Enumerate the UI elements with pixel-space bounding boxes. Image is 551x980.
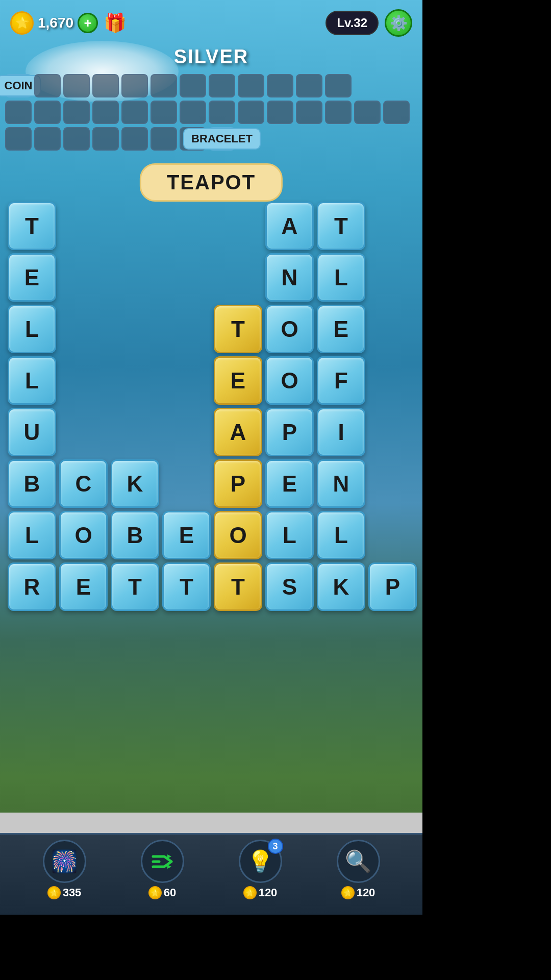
tile-empty <box>111 356 159 405</box>
tile-empty <box>111 408 159 456</box>
rocket-cost: ⭐ 335 <box>47 886 82 899</box>
tile-empty <box>214 253 262 302</box>
tile-F-4-7[interactable]: F <box>317 356 365 405</box>
slot <box>63 101 90 124</box>
svg-marker-1 <box>167 865 171 869</box>
slot <box>5 127 32 151</box>
cost-star: ⭐ <box>243 886 257 899</box>
tile-A-1-6[interactable]: A <box>265 202 314 250</box>
tile-B-6-1[interactable]: B <box>8 459 56 508</box>
tile-empty <box>59 408 108 456</box>
tile-R-8-1[interactable]: R <box>8 562 56 611</box>
tile-S-8-6[interactable]: S <box>265 562 314 611</box>
tile-L-7-7[interactable]: L <box>317 511 365 559</box>
tile-N-2-6[interactable]: N <box>265 253 314 302</box>
tile-empty <box>162 305 211 353</box>
tile-empty <box>59 305 108 353</box>
slot-row-3: BRACELET <box>5 127 417 151</box>
tile-empty <box>162 202 211 250</box>
tile-O-7-2[interactable]: O <box>59 511 108 559</box>
shuffle-button[interactable]: ⭐ 60 <box>141 840 184 899</box>
slot-row-2 <box>5 101 417 124</box>
slot <box>180 74 206 97</box>
tile-C-6-2[interactable]: C <box>59 459 108 508</box>
slot <box>354 101 381 124</box>
tile-empty <box>368 356 417 405</box>
tile-L-7-1[interactable]: L <box>8 511 56 559</box>
hint-cost: ⭐ 120 <box>243 886 278 899</box>
hint-badge: 3 <box>268 839 283 854</box>
tile-N-6-7[interactable]: N <box>317 459 365 508</box>
tile-U-5-1[interactable]: U <box>8 408 56 456</box>
tile-T-1-7[interactable]: T <box>317 202 365 250</box>
word-slots: COIN B <box>5 74 417 151</box>
tile-L-2-7[interactable]: L <box>317 253 365 302</box>
shuffle-icon[interactable] <box>141 840 184 883</box>
slot <box>209 101 235 124</box>
slot <box>151 74 177 97</box>
slot <box>325 101 352 124</box>
add-coins-button[interactable]: + <box>78 13 98 33</box>
slot <box>34 74 61 97</box>
slot <box>238 101 264 124</box>
bracelet-label: BRACELET <box>183 128 261 150</box>
tile-L-4-1[interactable]: L <box>8 356 56 405</box>
settings-button[interactable]: ⚙️ <box>385 9 412 37</box>
rocket-button[interactable]: 🎆 ⭐ 335 <box>43 840 86 899</box>
tile-empty <box>162 408 211 456</box>
tile-K-8-7[interactable]: K <box>317 562 365 611</box>
tile-I-5-7[interactable]: I <box>317 408 365 456</box>
tile-O-3-6[interactable]: O <box>265 305 314 353</box>
svg-marker-0 <box>167 854 171 859</box>
slot <box>63 127 90 151</box>
slot <box>325 74 352 97</box>
tile-empty <box>368 511 417 559</box>
tile-L-7-6[interactable]: L <box>265 511 314 559</box>
tile-E-7-4[interactable]: E <box>162 511 211 559</box>
magnifier-button[interactable]: 🔍 ⭐ 120 <box>337 840 380 899</box>
hint-icon[interactable]: 💡 3 <box>239 840 282 883</box>
tile-L-3-1[interactable]: L <box>8 305 56 353</box>
magnifier-icon[interactable]: 🔍 <box>337 840 380 883</box>
tile-empty <box>111 253 159 302</box>
tile-T-1-1[interactable]: T <box>8 202 56 250</box>
tile-P-5-6[interactable]: P <box>265 408 314 456</box>
tile-O-4-6[interactable]: O <box>265 356 314 405</box>
tile-P-8-8[interactable]: P <box>368 562 417 611</box>
cost-star: ⭐ <box>341 886 355 899</box>
tile-T-golden-8-5[interactable]: T <box>214 562 262 611</box>
slot <box>151 127 177 151</box>
tile-B-7-3[interactable]: B <box>111 511 159 559</box>
coin-icon: ⭐ <box>10 11 34 35</box>
slot <box>296 101 322 124</box>
slot <box>151 101 177 124</box>
tile-empty <box>111 202 159 250</box>
tile-T-golden-3-5[interactable]: T <box>214 305 262 353</box>
tile-E-3-7[interactable]: E <box>317 305 365 353</box>
tile-empty <box>59 356 108 405</box>
slot <box>180 101 206 124</box>
tile-E-golden-4-5[interactable]: E <box>214 356 262 405</box>
slot <box>267 74 293 97</box>
tile-T-8-4[interactable]: T <box>162 562 211 611</box>
tile-empty <box>214 202 262 250</box>
tile-empty <box>368 253 417 302</box>
rocket-icon[interactable]: 🎆 <box>43 840 86 883</box>
tile-P-golden-6-5[interactable]: P <box>214 459 262 508</box>
tile-O-golden-7-5[interactable]: O <box>214 511 262 559</box>
tile-E-2-1[interactable]: E <box>8 253 56 302</box>
tile-A-golden-5-5[interactable]: A <box>214 408 262 456</box>
completed-word-coin: COIN <box>5 74 32 97</box>
tile-E-8-2[interactable]: E <box>59 562 108 611</box>
slot <box>121 74 148 97</box>
tile-K-6-3[interactable]: K <box>111 459 159 508</box>
hint-button[interactable]: 💡 3 ⭐ 120 <box>239 840 282 899</box>
slot <box>5 101 32 124</box>
slot <box>383 101 410 124</box>
tile-E-6-6[interactable]: E <box>265 459 314 508</box>
tile-empty <box>59 202 108 250</box>
gift-button[interactable]: 🎁 <box>102 10 128 36</box>
top-bar: ⭐ 1,670 + 🎁 Lv.32 ⚙️ <box>0 5 422 41</box>
tile-T-8-3[interactable]: T <box>111 562 159 611</box>
tile-empty <box>368 305 417 353</box>
